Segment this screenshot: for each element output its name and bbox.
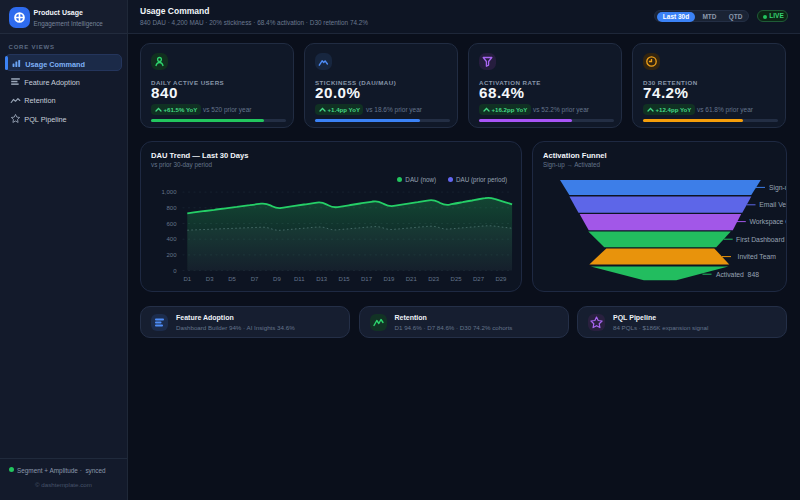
svg-text:D29: D29	[495, 276, 507, 282]
svg-text:D5: D5	[228, 276, 236, 282]
svg-text:Activated 848: Activated 848	[716, 271, 759, 278]
svg-text:D23: D23	[428, 276, 440, 282]
svg-text:First Dashboard 2,3: First Dashboard 2,3	[736, 236, 786, 243]
svg-text:D9: D9	[273, 276, 281, 282]
svg-text:D17: D17	[361, 276, 373, 282]
svg-text:Sign-up 4,200: Sign-up 4,200	[769, 184, 786, 192]
svg-text:D1: D1	[183, 276, 191, 282]
svg-text:D13: D13	[316, 276, 328, 282]
svg-text:1,000: 1,000	[161, 189, 177, 195]
svg-text:400: 400	[166, 236, 177, 242]
svg-text:D25: D25	[451, 276, 463, 282]
svg-text:Email Verified 3,800: Email Verified 3,800	[759, 201, 786, 208]
svg-text:0: 0	[173, 268, 177, 274]
svg-text:D7: D7	[251, 276, 259, 282]
svg-text:D15: D15	[339, 276, 351, 282]
svg-text:D11: D11	[294, 276, 305, 282]
svg-text:600: 600	[166, 221, 177, 227]
svg-text:D3: D3	[206, 276, 214, 282]
svg-text:Workspace Created: Workspace Created	[750, 218, 787, 226]
svg-text:D21: D21	[406, 276, 418, 282]
svg-text:D27: D27	[473, 276, 485, 282]
svg-text:D19: D19	[383, 276, 395, 282]
svg-text:800: 800	[166, 205, 177, 211]
svg-text:200: 200	[166, 252, 177, 258]
svg-text:Invited Team: Invited Team	[738, 253, 777, 260]
